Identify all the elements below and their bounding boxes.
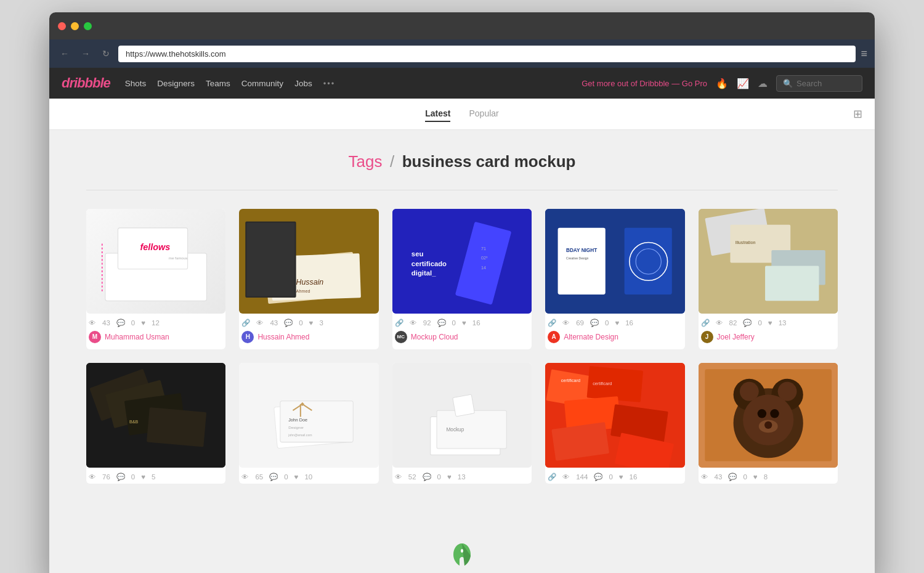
svg-text:digital_: digital_ bbox=[411, 269, 436, 277]
view-icon-2: 👁 bbox=[256, 319, 264, 327]
comment-count-5: 0 bbox=[758, 319, 761, 327]
shot-card-10[interactable]: 👁 43 💬 0 ♥ 8 bbox=[699, 363, 838, 484]
nav-shots[interactable]: Shots bbox=[125, 79, 147, 88]
shot-author-1: M Muhammad Usman bbox=[86, 330, 225, 349]
shots-grid: fellows me famous 👁 43 💬 0 ♥ 12 M Muhamm… bbox=[49, 209, 875, 508]
view-count-6: 76 bbox=[102, 473, 110, 481]
go-pro-link[interactable]: Get more out of Dribbble — Go Pro bbox=[582, 79, 707, 88]
chart-icon[interactable]: 📈 bbox=[737, 78, 749, 89]
shot-thumbnail-9[interactable]: certificard certificard bbox=[545, 363, 684, 468]
reload-button[interactable]: ↻ bbox=[99, 46, 113, 61]
shot-card-3[interactable]: seu certificado digital_ 71 02³ 14 🔗 👁 9… bbox=[392, 209, 532, 349]
nav-designers[interactable]: Designers bbox=[157, 79, 195, 88]
nav-more[interactable]: ••• bbox=[323, 79, 336, 88]
forward-button[interactable]: → bbox=[78, 46, 94, 61]
shot-thumbnail-6[interactable]: B&B bbox=[86, 363, 225, 468]
flame-icon[interactable]: 🔥 bbox=[716, 78, 728, 89]
svg-text:Hussain: Hussain bbox=[296, 278, 324, 286]
nav-jobs[interactable]: Jobs bbox=[294, 79, 312, 88]
shot-thumbnail-5[interactable]: Illustration bbox=[699, 209, 838, 314]
author-name-3[interactable]: Mockup Cloud bbox=[411, 333, 458, 341]
like-icon-10: ♥ bbox=[753, 473, 758, 481]
svg-text:John Doe: John Doe bbox=[289, 417, 308, 422]
url-input[interactable] bbox=[118, 46, 856, 62]
like-count-7: 10 bbox=[304, 473, 312, 481]
svg-point-69 bbox=[764, 421, 772, 428]
shot-card-2[interactable]: Hussain Ahmed 🔗 👁 43 💬 0 ♥ 3 H bbox=[239, 209, 378, 349]
shot-thumbnail-2[interactable]: Hussain Ahmed bbox=[239, 209, 378, 314]
comment-icon-2: 💬 bbox=[284, 319, 293, 327]
svg-text:certificard: certificard bbox=[593, 381, 612, 386]
shot-stats-1: 👁 43 💬 0 ♥ 12 bbox=[86, 314, 225, 330]
tab-popular[interactable]: Popular bbox=[469, 106, 498, 122]
tags-label[interactable]: Tags bbox=[349, 152, 383, 171]
shot-thumbnail-1[interactable]: fellows me famous bbox=[86, 209, 225, 314]
shot-card-6[interactable]: B&B 👁 76 💬 0 ♥ 5 bbox=[86, 363, 225, 484]
shot-thumbnail-10[interactable] bbox=[699, 363, 838, 468]
svg-rect-20 bbox=[558, 228, 606, 295]
nav-community[interactable]: Community bbox=[241, 79, 283, 88]
nav-teams[interactable]: Teams bbox=[206, 79, 230, 88]
like-icon: ♥ bbox=[141, 319, 145, 327]
nav-right: Get more out of Dribbble — Go Pro 🔥 📈 ☁ … bbox=[582, 75, 862, 92]
comment-count-3: 0 bbox=[452, 319, 456, 327]
link-icon-3: 🔗 bbox=[395, 319, 403, 327]
section-divider bbox=[86, 190, 838, 190]
view-count-5: 82 bbox=[729, 319, 737, 327]
link-icon-9: 🔗 bbox=[548, 473, 556, 481]
minimize-button[interactable] bbox=[71, 22, 79, 30]
main-nav: Shots Designers Teams Community Jobs ••• bbox=[125, 79, 336, 88]
like-count-1: 12 bbox=[152, 319, 160, 327]
search-box[interactable]: 🔍 bbox=[776, 75, 862, 92]
heading-separator: / bbox=[390, 152, 394, 171]
comment-icon-9: 💬 bbox=[594, 473, 602, 481]
author-avatar-1: M bbox=[89, 331, 101, 343]
shot-thumbnail-3[interactable]: seu certificado digital_ 71 02³ 14 bbox=[392, 209, 532, 314]
nav-bar: dribbble Shots Designers Teams Community… bbox=[49, 68, 875, 99]
browser-menu-button[interactable]: ≡ bbox=[861, 47, 867, 60]
shot-card-1[interactable]: fellows me famous 👁 43 💬 0 ♥ 12 M Muhamm… bbox=[86, 209, 225, 349]
maximize-button[interactable] bbox=[84, 22, 92, 30]
upload-icon[interactable]: ☁ bbox=[758, 78, 768, 89]
dribbble-logo[interactable]: dribbble bbox=[62, 75, 110, 91]
svg-text:Creative Design: Creative Design bbox=[566, 256, 589, 260]
svg-text:certificado: certificado bbox=[411, 260, 447, 267]
like-icon-2: ♥ bbox=[309, 319, 314, 327]
shot-stats-5: 🔗 👁 82 💬 0 ♥ 13 bbox=[699, 314, 838, 330]
like-icon-3: ♥ bbox=[462, 319, 466, 327]
shot-card-4[interactable]: BDAY NIGHT Creative Design 🔗 👁 69 💬 0 ♥ … bbox=[545, 209, 684, 349]
shot-card-7[interactable]: John Doe Designer john@email.com 👁 65 💬 … bbox=[239, 363, 378, 484]
comment-icon-6: 💬 bbox=[116, 473, 125, 481]
view-icon-10: 👁 bbox=[701, 473, 708, 481]
author-name-2[interactable]: Hussain Ahmed bbox=[257, 333, 309, 341]
shot-thumbnail-8[interactable]: Mockup bbox=[392, 363, 532, 468]
comment-count-6: 0 bbox=[131, 473, 135, 481]
shot-thumbnail-4[interactable]: BDAY NIGHT Creative Design bbox=[545, 209, 684, 314]
svg-text:02³: 02³ bbox=[481, 255, 488, 261]
author-name-1[interactable]: Muhammad Usman bbox=[105, 333, 169, 341]
like-count-9: 16 bbox=[630, 473, 638, 481]
comment-icon: 💬 bbox=[116, 319, 125, 327]
svg-text:certificard: certificard bbox=[561, 378, 580, 383]
back-button[interactable]: ← bbox=[57, 46, 73, 61]
view-icon-5: 👁 bbox=[716, 319, 723, 327]
comment-icon-5: 💬 bbox=[743, 319, 752, 327]
author-name-4[interactable]: Alternate Design bbox=[564, 333, 618, 341]
shot-stats-9: 🔗 👁 144 💬 0 ♥ 16 bbox=[545, 468, 684, 484]
grid-toggle-button[interactable]: ⊞ bbox=[853, 107, 862, 121]
comment-icon-8: 💬 bbox=[423, 473, 431, 481]
svg-text:john@email.com: john@email.com bbox=[288, 433, 312, 437]
search-input[interactable] bbox=[796, 79, 856, 88]
shot-stats-3: 🔗 👁 92 💬 0 ♥ 16 bbox=[392, 314, 532, 330]
close-button[interactable] bbox=[58, 22, 66, 30]
shot-card-9[interactable]: certificard certificard 🔗 👁 144 💬 0 ♥ 16 bbox=[545, 363, 684, 484]
svg-text:me famous: me famous bbox=[169, 256, 187, 260]
svg-rect-21 bbox=[625, 228, 672, 295]
shot-card-5[interactable]: Illustration 🔗 👁 82 💬 0 ♥ 13 J Joe bbox=[699, 209, 838, 349]
shot-thumbnail-7[interactable]: John Doe Designer john@email.com bbox=[239, 363, 378, 468]
shot-stats-4: 🔗 👁 69 💬 0 ♥ 16 bbox=[545, 314, 684, 330]
tab-latest[interactable]: Latest bbox=[425, 106, 450, 122]
author-avatar-4: A bbox=[548, 331, 560, 343]
author-name-5[interactable]: Joel Jeffery bbox=[717, 333, 755, 341]
shot-card-8[interactable]: Mockup 👁 52 💬 0 ♥ 13 bbox=[392, 363, 532, 484]
